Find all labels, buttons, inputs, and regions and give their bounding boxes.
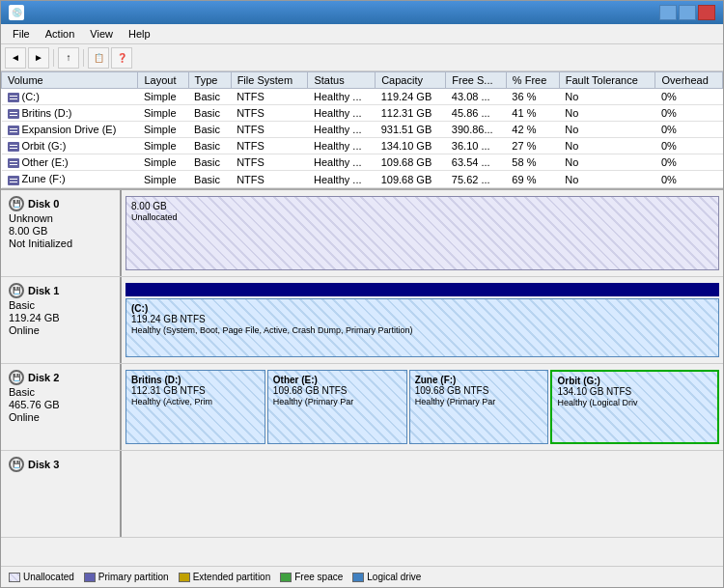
disk-area[interactable]: 💾 Disk 0 Unknown 8.00 GB Not Initialized… bbox=[1, 190, 723, 587]
partition-size: 112.31 GB NTFS bbox=[131, 385, 260, 396]
col-status: Status bbox=[308, 72, 376, 89]
partition-block[interactable]: Orbit (G:) 134.10 GB NTFS Healthy (Logic… bbox=[550, 370, 719, 444]
cell-fault: No bbox=[559, 138, 655, 154]
table-row[interactable]: (C:) Simple Basic NTFS Healthy ... 119.2… bbox=[2, 89, 723, 105]
menu-bar: File Action View Help bbox=[1, 24, 723, 44]
cell-status: Healthy ... bbox=[308, 171, 376, 187]
disk-size: 119.24 GB bbox=[9, 312, 112, 323]
disk-partitions-3 bbox=[122, 451, 723, 537]
table-row[interactable]: Other (E:) Simple Basic NTFS Healthy ...… bbox=[2, 154, 723, 171]
col-fs: File System bbox=[231, 72, 308, 89]
help-button[interactable]: ❓ bbox=[111, 47, 132, 69]
cell-volume: Expansion Drive (E) bbox=[2, 122, 138, 138]
legend-item: Free space bbox=[280, 572, 343, 582]
table-row[interactable]: Orbit (G:) Simple Basic NTFS Healthy ...… bbox=[2, 138, 723, 154]
table-row[interactable]: Zune (F:) Simple Basic NTFS Healthy ... … bbox=[2, 171, 723, 187]
cell-free: 390.86... bbox=[446, 122, 507, 138]
volume-tbody: (C:) Simple Basic NTFS Healthy ... 119.2… bbox=[2, 89, 723, 188]
partition-status: Healthy (Logical Driv bbox=[557, 398, 712, 407]
cell-fs: NTFS bbox=[231, 89, 308, 105]
disk-panel-1: 💾 Disk 1 Basic 119.24 GB Online (C:) 119… bbox=[1, 277, 723, 364]
disk-name: 💾 Disk 1 bbox=[9, 283, 112, 298]
volume-table-container[interactable]: Volume Layout Type File System Status Ca… bbox=[1, 71, 723, 190]
disk-name: 💾 Disk 2 bbox=[9, 370, 112, 385]
cell-capacity: 134.10 GB bbox=[376, 138, 446, 154]
partition-block[interactable]: 8.00 GB Unallocated bbox=[125, 196, 719, 270]
col-capacity: Capacity bbox=[376, 72, 446, 89]
menu-file[interactable]: File bbox=[5, 26, 38, 42]
table-row[interactable]: Expansion Drive (E) Simple Basic NTFS He… bbox=[2, 122, 723, 138]
disk-partitions-2: Britins (D:) 112.31 GB NTFS Healthy (Act… bbox=[122, 364, 723, 450]
cell-volume: Other (E:) bbox=[2, 154, 138, 171]
cell-type: Basic bbox=[188, 138, 231, 154]
disk-panel-0: 💾 Disk 0 Unknown 8.00 GB Not Initialized… bbox=[1, 190, 723, 277]
partition-unalloc-label: Unallocated bbox=[131, 212, 713, 222]
partition-label: Zune (F:) bbox=[415, 375, 543, 385]
up-button[interactable]: ↑ bbox=[58, 47, 79, 69]
disk-icon: 💾 bbox=[9, 457, 24, 472]
volume-table: Volume Layout Type File System Status Ca… bbox=[1, 71, 723, 188]
toolbar-sep-2 bbox=[83, 49, 84, 67]
disk-info-2: 💾 Disk 2 Basic 465.76 GB Online bbox=[1, 364, 122, 450]
table-header: Volume Layout Type File System Status Ca… bbox=[2, 72, 723, 89]
cell-volume: Orbit (G:) bbox=[2, 138, 138, 154]
disk-name: 💾 Disk 0 bbox=[9, 196, 112, 211]
cell-pct: 41 % bbox=[506, 105, 559, 122]
partition-label: Orbit (G:) bbox=[557, 376, 712, 386]
title-bar: 💿 bbox=[1, 1, 723, 24]
cell-type: Basic bbox=[188, 89, 231, 105]
minimize-button[interactable] bbox=[659, 5, 677, 20]
disk-icon: 💾 bbox=[9, 370, 24, 385]
disk-management-window: 💿 File Action View Help ◄ ► ↑ 📋 ❓ bbox=[0, 0, 724, 588]
disk-name: 💾 Disk 3 bbox=[9, 457, 112, 472]
table-row[interactable]: Britins (D:) Simple Basic NTFS Healthy .… bbox=[2, 105, 723, 122]
cell-capacity: 112.31 GB bbox=[376, 105, 446, 122]
cell-capacity: 931.51 GB bbox=[376, 122, 446, 138]
forward-button[interactable]: ► bbox=[28, 47, 49, 69]
cell-free: 43.08 ... bbox=[446, 89, 507, 105]
menu-view[interactable]: View bbox=[82, 26, 121, 42]
partition-status: Healthy (Active, Prim bbox=[131, 397, 260, 406]
partition-block[interactable]: Zune (F:) 109.68 GB NTFS Healthy (Primar… bbox=[409, 370, 549, 444]
cell-free: 36.10 ... bbox=[446, 138, 507, 154]
disk-status: Online bbox=[9, 411, 112, 423]
cell-fs: NTFS bbox=[231, 138, 308, 154]
disk-info-3: 💾 Disk 3 bbox=[1, 451, 122, 537]
maximize-button[interactable] bbox=[679, 5, 696, 20]
cell-status: Healthy ... bbox=[308, 89, 376, 105]
cell-fault: No bbox=[559, 154, 655, 171]
cell-free: 75.62 ... bbox=[446, 171, 507, 187]
cell-pct: 27 % bbox=[506, 138, 559, 154]
partition-size: 8.00 GB bbox=[131, 201, 713, 211]
legend-item: Unallocated bbox=[9, 572, 74, 582]
cell-overhead: 0% bbox=[655, 138, 723, 154]
partition-block[interactable]: Britins (D:) 112.31 GB NTFS Healthy (Act… bbox=[125, 370, 265, 444]
toolbar-sep-1 bbox=[53, 49, 54, 67]
cell-fs: NTFS bbox=[231, 171, 308, 187]
partition-label: (C:) bbox=[131, 303, 713, 314]
menu-action[interactable]: Action bbox=[38, 26, 83, 42]
back-button[interactable]: ◄ bbox=[5, 47, 26, 69]
disk-type: Basic bbox=[9, 386, 112, 398]
cell-fault: No bbox=[559, 89, 655, 105]
partition-size: 134.10 GB NTFS bbox=[557, 386, 712, 397]
cell-overhead: 0% bbox=[655, 89, 723, 105]
partition-block[interactable]: Other (E:) 109.68 GB NTFS Healthy (Prima… bbox=[267, 370, 407, 444]
legend-label: Unallocated bbox=[23, 572, 74, 582]
properties-button[interactable]: 📋 bbox=[88, 47, 109, 69]
partition-size: 109.68 GB NTFS bbox=[415, 385, 543, 396]
col-pct: % Free bbox=[506, 72, 559, 89]
disk-panel-2: 💾 Disk 2 Basic 465.76 GB Online Britins … bbox=[1, 364, 723, 451]
col-layout: Layout bbox=[138, 72, 188, 89]
disk-status: Online bbox=[9, 324, 112, 336]
disk-status: Not Initialized bbox=[9, 238, 112, 249]
partition-block[interactable]: (C:) 119.24 GB NTFS Healthy (System, Boo… bbox=[125, 298, 719, 357]
disk-type: Basic bbox=[9, 299, 112, 311]
cell-capacity: 109.68 GB bbox=[376, 171, 446, 187]
disk-size: 465.76 GB bbox=[9, 399, 112, 410]
close-button[interactable] bbox=[698, 5, 715, 20]
toolbar: ◄ ► ↑ 📋 ❓ bbox=[1, 44, 723, 71]
legend-item: Logical drive bbox=[352, 572, 421, 582]
partition-size: 109.68 GB NTFS bbox=[273, 385, 402, 396]
menu-help[interactable]: Help bbox=[121, 26, 158, 42]
